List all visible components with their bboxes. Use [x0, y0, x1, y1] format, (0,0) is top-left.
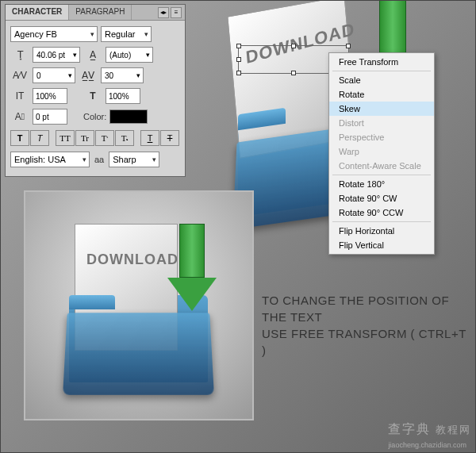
ctx-rotate-180[interactable]: Rotate 180° [329, 177, 434, 191]
leading-input[interactable]: (Auto) [106, 47, 153, 63]
font-size-input[interactable]: 40.06 pt [33, 47, 80, 63]
artwork-canvas-bottom: DOWNLOAD [24, 190, 254, 420]
ctx-separator [332, 175, 431, 175]
download-text-bottom: DOWNLOAD [86, 251, 178, 268]
download-arrow-icon [179, 224, 217, 311]
superscript-button[interactable]: T¹ [95, 130, 114, 146]
panel-menu-icon[interactable]: ≡ [171, 7, 182, 18]
ctx-warp: Warp [329, 144, 434, 159]
ctx-free-transform[interactable]: Free Transform [329, 55, 434, 69]
ctx-flip-horizontal[interactable]: Flip Horizontal [329, 224, 434, 238]
kerning-icon: A⁄V [10, 68, 29, 83]
watermark-suffix: 教程网 [436, 424, 471, 436]
watermark-url: jiaocheng.chazidian.com [388, 441, 466, 449]
folder-tab [69, 295, 115, 309]
color-label: Color: [83, 112, 106, 121]
baseline-icon: Aͣ [10, 109, 29, 124]
subscript-button[interactable]: T₁ [115, 130, 134, 146]
caption-line-1: TO CHANGE THE POSITION OF THE TEXT [262, 292, 468, 325]
color-swatch[interactable] [109, 109, 148, 124]
vscale-input[interactable]: 100% [33, 88, 67, 104]
transform-context-menu: Free Transform Scale Rotate Skew Distort… [328, 52, 435, 255]
text-style-buttons: T T TT Tr T¹ T₁ T T [10, 130, 180, 146]
kerning-input[interactable]: 0 [33, 67, 75, 83]
language-select[interactable]: English: USA [10, 152, 90, 167]
ctx-rotate-90-cw[interactable]: Rotate 90° CW [329, 191, 434, 205]
font-family-select[interactable]: Agency FB [10, 26, 98, 42]
folder-icon-result: DOWNLOAD [25, 192, 252, 419]
font-style-select[interactable]: Regular [101, 26, 152, 42]
small-caps-button[interactable]: Tr [75, 130, 94, 146]
tracking-input[interactable]: 30 [101, 67, 144, 83]
tracking-icon: A̲V̲ [79, 68, 98, 83]
faux-italic-button[interactable]: T [30, 130, 49, 146]
hscale-icon: T [83, 89, 102, 103]
leading-icon: A̲ [83, 48, 102, 62]
antialias-prefix: aa [93, 155, 106, 164]
strikethrough-button[interactable]: T [160, 130, 179, 146]
tab-paragraph[interactable]: PARAGRAPH [69, 5, 132, 20]
underline-button[interactable]: T [140, 130, 159, 146]
font-size-icon: T͎ [10, 48, 29, 62]
ctx-distort: Distort [329, 116, 434, 130]
ctx-separator [332, 221, 431, 222]
ctx-flip-vertical[interactable]: Flip Vertical [329, 238, 434, 252]
hscale-input[interactable]: 100% [106, 88, 140, 104]
ctx-content-aware-scale: Content-Aware Scale [329, 159, 434, 173]
caption-line-2: USE FREE TRANSFORM ( CTRL+T ) [262, 325, 468, 359]
ctx-separator [332, 71, 431, 71]
baseline-input[interactable]: 0 pt [33, 109, 67, 125]
vscale-icon: IT [10, 89, 29, 103]
antialias-select[interactable]: Sharp [109, 152, 159, 167]
panel-body: Agency FB Regular T͎ 40.06 pt A̲ (Auto) … [6, 21, 185, 176]
tab-character[interactable]: CHARACTER [6, 5, 69, 20]
watermark: 查字典 教程网 jiaocheng.chazidian.com [388, 421, 471, 450]
panel-collapse-icon[interactable]: ◂▸ [158, 7, 169, 18]
panel-tabs: CHARACTER PARAGRAPH ◂▸ ≡ [6, 5, 185, 21]
ctx-scale[interactable]: Scale [329, 73, 434, 87]
watermark-cn: 查字典 [388, 422, 431, 436]
faux-bold-button[interactable]: T [10, 130, 29, 146]
instruction-caption: TO CHANGE THE POSITION OF THE TEXT USE F… [262, 292, 468, 359]
character-panel: CHARACTER PARAGRAPH ◂▸ ≡ Agency FB Regul… [5, 4, 186, 177]
ctx-rotate-90-ccw[interactable]: Rotate 90° CCW [329, 205, 434, 220]
folder-front [63, 313, 214, 395]
ctx-rotate[interactable]: Rotate [329, 87, 434, 102]
ctx-skew[interactable]: Skew [329, 102, 434, 116]
ctx-perspective: Perspective [329, 130, 434, 144]
all-caps-button[interactable]: TT [56, 130, 75, 146]
